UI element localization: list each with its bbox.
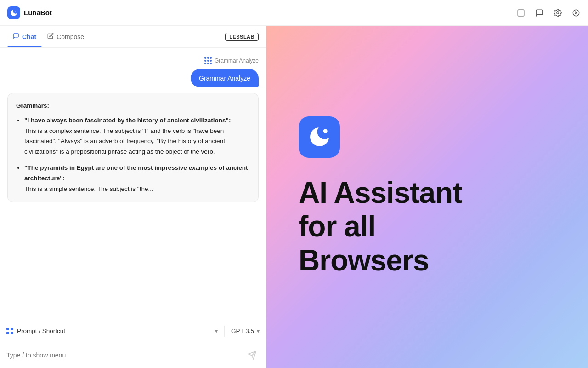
prompt-shortcut-icon <box>6 328 13 334</box>
chat-input[interactable] <box>6 351 240 359</box>
hero-panel: AI Assistant for all Browsers <box>266 26 588 368</box>
chevron-down-icon: ▾ <box>215 328 218 334</box>
hero-title: AI Assistant for all Browsers <box>299 176 462 278</box>
hero-title-line1: AI Assistant <box>299 176 462 209</box>
chat-panel: Chat Compose LESSLAB <box>0 26 266 368</box>
list-item-analysis-1: This is a complex sentence. The subject … <box>24 127 225 155</box>
svg-point-0 <box>15 11 16 12</box>
chat-messages: Grammar Analyze Grammar Analyze Grammars… <box>0 48 266 320</box>
main-content: Chat Compose LESSLAB <box>0 26 588 368</box>
compose-tab-label: Compose <box>57 33 84 40</box>
hero-title-line3: Browsers <box>299 244 429 277</box>
compose-tab-icon <box>47 33 54 40</box>
svg-point-3 <box>557 12 559 14</box>
svg-rect-1 <box>518 10 524 16</box>
chat-bubble-icon[interactable] <box>535 8 544 17</box>
tab-compose[interactable]: Compose <box>42 26 90 47</box>
send-button[interactable] <box>245 348 260 362</box>
response-title: Grammars: <box>16 101 250 111</box>
hero-title-line2: for all <box>299 210 375 243</box>
chat-bottom: Prompt / Shortcut ▾ GPT 3.5 ▾ <box>0 320 266 368</box>
list-item-quote-2: "The pyramids in Egypt are one of the mo… <box>24 164 248 182</box>
hero-app-icon <box>299 116 340 158</box>
message-label: Grammar Analyze <box>204 57 259 64</box>
layout-icon[interactable] <box>516 8 526 17</box>
list-item: "I have always been fascinated by the hi… <box>24 115 250 158</box>
titlebar: LunaBot <box>0 0 588 26</box>
model-label: GPT 3.5 <box>231 328 254 334</box>
user-message-bubble: Grammar Analyze <box>191 69 259 87</box>
close-icon[interactable] <box>571 8 581 17</box>
model-chevron-icon: ▾ <box>257 328 260 334</box>
message-label-text: Grammar Analyze <box>215 58 259 64</box>
list-item-quote-1: "I have always been fascinated by the hi… <box>24 117 231 124</box>
prompt-shortcut-button[interactable]: Prompt / Shortcut ▾ <box>0 320 224 342</box>
prompt-shortcut-label: Prompt / Shortcut <box>17 328 65 334</box>
input-bar <box>0 342 266 368</box>
list-item-analysis-2: This is a simple sentence. The subject i… <box>24 185 153 192</box>
dot-grid-icon <box>204 57 212 64</box>
model-selector[interactable]: GPT 3.5 ▾ <box>225 320 266 342</box>
app-name: LunaBot <box>24 9 52 17</box>
app-logo-icon <box>7 6 20 19</box>
lesslab-badge[interactable]: LESSLAB <box>225 33 259 41</box>
chat-tab-icon <box>13 33 19 40</box>
logo-area: LunaBot <box>7 6 516 19</box>
chat-tab-label: Chat <box>22 33 36 40</box>
settings-icon[interactable] <box>553 8 562 17</box>
prompt-bar: Prompt / Shortcut ▾ GPT 3.5 ▾ <box>0 320 266 342</box>
list-item: "The pyramids in Egypt are one of the mo… <box>24 163 250 195</box>
user-message-group: Grammar Analyze Grammar Analyze <box>7 57 259 87</box>
assistant-response: Grammars: "I have always been fascinated… <box>7 93 259 202</box>
svg-point-9 <box>323 129 327 133</box>
tabs-bar: Chat Compose LESSLAB <box>0 26 266 48</box>
tab-chat[interactable]: Chat <box>7 26 42 47</box>
response-list: "I have always been fascinated by the hi… <box>16 115 250 195</box>
titlebar-icons <box>516 8 581 17</box>
